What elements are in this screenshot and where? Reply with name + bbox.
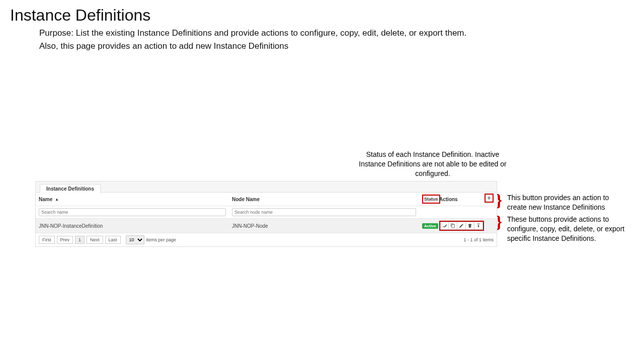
col-header-name-label: Name [39, 197, 52, 202]
delete-button[interactable] [466, 222, 474, 230]
download-icon [476, 223, 481, 228]
pager-per-page-label: items per page [146, 237, 177, 242]
pager-first[interactable]: First [39, 236, 55, 244]
page-description-line1: Purpose: List the existing Instance Defi… [39, 28, 466, 38]
col-header-name[interactable]: Name ▲ [36, 193, 229, 206]
cell-actions [436, 219, 497, 233]
pager: First Prev 1 Next Last 10 items per page… [36, 233, 497, 246]
annotation-actions: These buttons provide actions to configu… [507, 215, 635, 243]
trash-icon [467, 223, 472, 228]
edit-button[interactable] [457, 222, 466, 230]
grid-panel: Instance Definitions Name ▲ Node Name St… [35, 181, 497, 247]
export-button[interactable] [474, 222, 483, 230]
page-description: Purpose: List the existing Instance Defi… [39, 27, 542, 52]
copy-button[interactable] [449, 222, 457, 230]
search-name-input[interactable] [39, 208, 226, 216]
col-header-status[interactable]: Status [419, 193, 436, 206]
tab-instance-definitions[interactable]: Instance Definitions [40, 184, 101, 194]
copy-icon [450, 223, 455, 228]
wrench-icon [442, 223, 447, 228]
page-description-line2: Also, this page provides an action to ad… [39, 41, 288, 51]
row-action-buttons [439, 221, 484, 231]
configure-button[interactable] [440, 222, 449, 230]
col-header-actions-label: Actions [439, 197, 458, 202]
pager-range: 1 - 1 of 1 items [463, 237, 494, 242]
cell-name: JNN-NOP-InstanceDefinition [36, 219, 229, 233]
tab-strip: Instance Definitions [36, 182, 497, 193]
col-header-actions: Actions + [436, 193, 497, 206]
pager-last[interactable]: Last [105, 236, 121, 244]
search-node-input[interactable] [232, 208, 416, 216]
search-cell-name [36, 206, 229, 219]
annotation-status: Status of each Instance Definition. Inac… [357, 150, 508, 178]
table-row: JNN-NOP-InstanceDefinition JNN-NOP-Node … [36, 219, 497, 233]
pencil-icon [459, 223, 464, 228]
pager-next[interactable]: Next [87, 236, 103, 244]
sort-asc-icon: ▲ [55, 197, 59, 202]
status-badge: Active [422, 223, 438, 229]
data-grid: Name ▲ Node Name Status Actions + [36, 193, 497, 233]
pager-page-1[interactable]: 1 [75, 236, 85, 244]
annotation-add: This button provides an action to create… [507, 193, 625, 212]
search-cell-node [229, 206, 419, 219]
cell-node-name: JNN-NOP-Node [229, 219, 419, 233]
cell-status: Active [419, 219, 436, 233]
pager-per-page[interactable]: 10 [126, 235, 144, 244]
page-title: Instance Definitions [0, 0, 644, 25]
pager-prev[interactable]: Prev [57, 236, 73, 244]
add-button[interactable]: + [485, 194, 494, 203]
col-header-node-name[interactable]: Node Name [229, 193, 419, 206]
